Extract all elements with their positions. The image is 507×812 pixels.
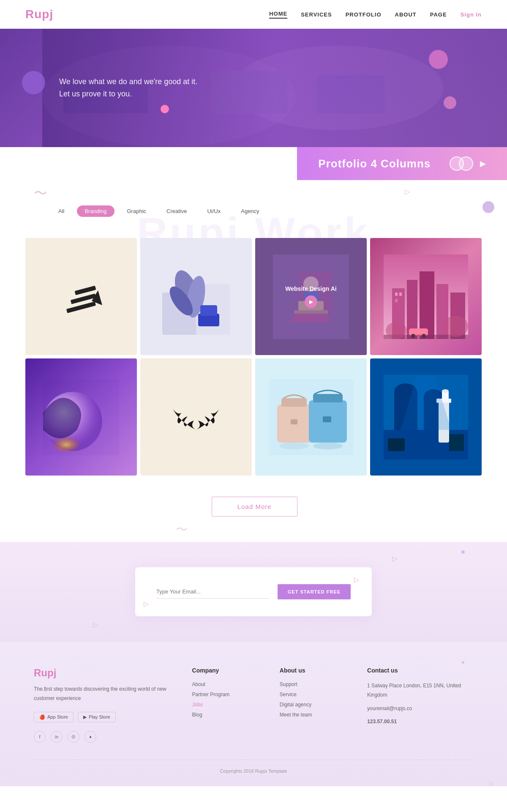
social-facebook[interactable]: f [34, 731, 46, 743]
email-card-deco-arrow-top: ▷ [354, 576, 359, 584]
filter-graphic[interactable]: Graphic [120, 205, 154, 217]
portfolio-item-7[interactable] [255, 358, 367, 476]
footer-phone: 123.57.00.51 [367, 717, 473, 727]
footer-address: 1 Salway Place London, E15 1NN, United K… [367, 681, 473, 700]
deco-circle-right [482, 201, 494, 213]
play-store-button[interactable]: ▶ Play Store [78, 712, 116, 722]
footer-company-links: About Partner Program Jobs Blog [192, 681, 263, 718]
portfolio-banner-wrapper: Protfolio 4 Columns ▶ [0, 147, 507, 180]
footer-brand-col: Rupj The first step towards discovering … [34, 667, 175, 742]
filter-branding[interactable]: Branding [77, 205, 114, 217]
deco-arrow-top: ▷ [405, 188, 410, 196]
footer-description: The first step towards discovering the e… [34, 685, 175, 703]
hero-text: We love what we do and we're good at it.… [59, 76, 197, 100]
portfolio-item-4[interactable] [370, 238, 482, 355]
filter-uiux[interactable]: Ui/Ux [199, 205, 228, 217]
footer-social: f in ◎ ♦ [34, 731, 175, 743]
portfolio-item-8-overlay [370, 358, 482, 476]
portfolio-item-2-overlay [140, 238, 252, 355]
portfolio-item-3-title: Website Design Ai [285, 285, 336, 292]
social-instagram[interactable]: ◎ [68, 731, 79, 743]
portfolio-item-3[interactable]: Website Design Ai ▶ [255, 238, 367, 355]
deco-arrow-email-top: ▷ [392, 555, 397, 563]
portfolio-item-4-overlay [370, 238, 482, 355]
footer-deco-arrow: ▷ [490, 780, 494, 786]
hero-circle-3 [444, 96, 456, 109]
portfolio-item-2[interactable] [140, 238, 252, 355]
hero-dot-1 [161, 105, 169, 113]
footer-company-partner[interactable]: Partner Program [192, 692, 263, 697]
footer-company-blog[interactable]: Blog [192, 712, 263, 718]
portfolio-item-3-overlay: Website Design Ai ▶ [255, 238, 367, 355]
footer-company-jobs[interactable]: Jobs [192, 702, 263, 708]
footer-contact-title: Contact us [367, 667, 473, 674]
deco-squiggle: 〜 [34, 184, 47, 203]
footer-company-about[interactable]: About [192, 681, 263, 687]
footer-about-support[interactable]: Support [280, 681, 350, 687]
deco-squiggle-2: 〜 [176, 522, 188, 538]
footer-contact-col: Contact us 1 Salway Place London, E15 1N… [367, 667, 473, 742]
play-icon: ▶ [83, 714, 87, 720]
header: Rupj HOME SERVICES PROTFOLIO ABOUT PAGE … [0, 0, 507, 29]
main-nav: HOME SERVICES PROTFOLIO ABOUT PAGE Sign … [269, 11, 482, 19]
load-more-button[interactable]: Load More [212, 497, 297, 517]
filter-section: 〜 ▷ All Branding Graphic Creative Ui/Ux … [0, 180, 507, 230]
svg-rect-5 [317, 75, 384, 113]
portfolio-item-3-arrow: ▶ [305, 295, 317, 308]
portfolio-grid: Website Design Ai ▶ [0, 238, 507, 476]
footer-about-col: About us Support Service Digital agency … [280, 667, 350, 742]
footer-stores: 🍎 App Store ▶ Play Store [34, 712, 175, 722]
portfolio-item-8[interactable] [370, 358, 482, 476]
footer-about-service[interactable]: Service [280, 692, 350, 697]
email-input[interactable] [156, 585, 269, 599]
banner-circle-2 [459, 156, 473, 171]
footer: ● 〜 Rupj The first step towards discover… [0, 642, 507, 786]
app-store-label: App Store [47, 714, 68, 719]
footer-company-title: Company [192, 667, 263, 674]
apple-icon: 🍎 [39, 714, 45, 720]
social-linkedin[interactable]: in [51, 731, 63, 743]
footer-about-digital[interactable]: Digital agency [280, 702, 350, 708]
portfolio-item-5-overlay [25, 358, 137, 476]
hero-section: We love what we do and we're good at it.… [0, 29, 507, 147]
get-started-button[interactable]: GET STARTED FREE [278, 584, 351, 599]
email-section: ▷ ▷ ▷ ▷ GET STARTED FREE [0, 542, 507, 642]
filter-agency[interactable]: Agency [233, 205, 267, 217]
nav-about[interactable]: ABOUT [395, 11, 417, 18]
nav-page[interactable]: PAGE [430, 11, 447, 18]
social-twitter[interactable]: ♦ [84, 731, 96, 743]
copyright-text: Copyrights 2018 Rupjs Template [220, 768, 287, 774]
logo[interactable]: Rupj [25, 8, 53, 21]
nav-portfolio[interactable]: PROTFOLIO [346, 11, 382, 18]
deco-dot-email [461, 550, 465, 554]
deco-arrow-email-bottom: ▷ [93, 621, 98, 629]
filter-all[interactable]: All [51, 205, 72, 217]
footer-email: youremail@rupjs.co [367, 704, 473, 714]
nav-services[interactable]: SERVICES [301, 11, 332, 18]
email-card: ▷ ▷ GET STARTED FREE [135, 567, 372, 616]
footer-about-title: About us [280, 667, 350, 674]
portfolio-item-1[interactable] [25, 238, 137, 355]
hero-circle-1 [22, 71, 45, 94]
footer-company-col: Company About Partner Program Jobs Blog [192, 667, 263, 742]
filter-creative[interactable]: Creative [159, 205, 194, 217]
filter-tabs: All Branding Graphic Creative Ui/Ux Agen… [25, 201, 482, 225]
footer-about-team[interactable]: Meet the team [280, 712, 350, 718]
load-more-section: 〜 Load More [0, 476, 507, 542]
portfolio-item-5[interactable] [25, 358, 137, 476]
hero-line1: We love what we do and we're good at it. [59, 76, 197, 88]
banner-icons: ▶ [450, 156, 486, 171]
app-store-button[interactable]: 🍎 App Store [34, 712, 74, 722]
hero-line2: Let us prove it to you. [59, 88, 197, 100]
nav-sign-in[interactable]: Sign In [461, 11, 482, 18]
portfolio-item-7-overlay [255, 358, 367, 476]
portfolio-item-6[interactable] [140, 358, 252, 476]
nav-home[interactable]: HOME [269, 11, 287, 19]
footer-copyright: Copyrights 2018 Rupjs Template [34, 760, 473, 774]
play-store-label: Play Store [89, 714, 110, 719]
svg-rect-4 [211, 71, 287, 113]
banner-arrow-icon[interactable]: ▶ [480, 159, 486, 168]
banner-circle-icon [450, 156, 473, 171]
footer-about-links: Support Service Digital agency Meet the … [280, 681, 350, 718]
email-card-deco-arrow-bottom: ▷ [144, 600, 149, 608]
